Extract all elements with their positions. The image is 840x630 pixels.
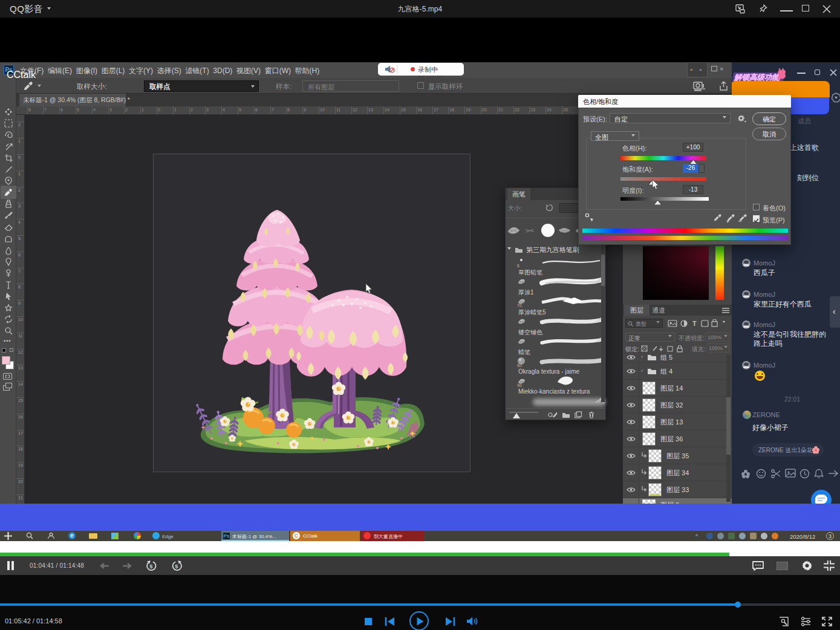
svg-text:5: 5 (175, 563, 178, 570)
svg-text:5: 5 (150, 563, 153, 570)
